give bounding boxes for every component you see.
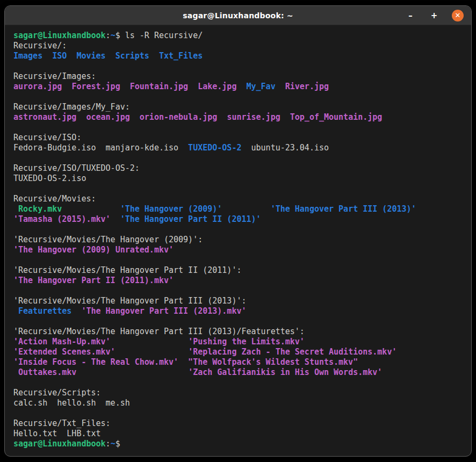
terminal-text-segment — [111, 214, 120, 224]
terminal-text-segment: Recursive/Scripts: — [13, 388, 101, 398]
terminal-line: Fedora-Budgie.iso manjaro-kde.iso TUXEDO… — [13, 143, 463, 153]
terminal-line — [13, 378, 463, 388]
terminal-line — [13, 184, 463, 194]
terminal-text-segment: astronaut.jpg — [13, 112, 76, 122]
terminal-text-segment: Hello.txt LHB.txt — [13, 429, 101, 438]
terminal-text-segment — [42, 51, 52, 61]
terminal-text-segment: 'Extended Scenes.mkv' — [13, 347, 116, 357]
terminal-line: Recursive/Scripts: — [13, 388, 463, 398]
terminal-text-segment: Lake.jpg — [198, 82, 236, 91]
terminal-line: 'Recursive/Movies/The Hangover Part III … — [13, 296, 463, 306]
window-controls: – + ✕ — [405, 6, 464, 25]
close-button[interactable]: ✕ — [452, 10, 464, 21]
terminal-text-segment: Rocky.mkv — [18, 204, 62, 214]
terminal-output[interactable]: sagar@Linuxhandbook:~$ ls -R Recursive/R… — [5, 25, 471, 456]
terminal-line — [13, 122, 463, 133]
terminal-line — [13, 255, 463, 265]
terminal-text-segment: Images — [13, 51, 42, 61]
terminal-text-segment: 'Tamasha (2015).mkv' — [13, 214, 111, 224]
terminal-text-segment — [62, 82, 71, 91]
terminal-line: Rocky.mkv 'The Hangover (2009)' 'The Han… — [13, 204, 463, 214]
terminal-text-segment: ISO — [52, 51, 67, 61]
terminal-line: TUXEDO-OS-2.iso — [13, 174, 463, 184]
terminal-text-segment: Top_of_Mountain.jpg — [290, 112, 383, 122]
terminal-text-segment: Forest.jpg — [71, 82, 120, 91]
terminal-text-segment: Featurettes — [18, 306, 71, 316]
terminal-text-segment: My_Fav — [247, 82, 276, 91]
terminal-line — [13, 92, 463, 102]
terminal-window: sagar@Linuxhandbook: ~ – + ✕ sagar@Linux… — [4, 5, 472, 457]
terminal-text-segment: Recursive/Images/My_Fav: — [13, 102, 130, 112]
terminal-text-segment: 'The Hangover Part III (2013)' — [271, 204, 416, 214]
terminal-text-segment — [178, 357, 188, 367]
window-title: sagar@Linuxhandbook: ~ — [183, 11, 293, 20]
terminal-text-segment: aurora.jpg — [13, 82, 62, 91]
terminal-text-segment — [13, 367, 18, 377]
terminal-text-segment: sunrise.jpg — [227, 112, 280, 122]
terminal-text-segment: Recursive/Txt_Files: — [13, 418, 111, 428]
terminal-text-segment: Fountain.jpg — [130, 82, 188, 91]
terminal-text-segment: TUXEDO-OS-2 — [188, 143, 241, 153]
terminal-text-segment: : — [106, 31, 111, 40]
terminal-text-segment: $ — [116, 439, 125, 449]
terminal-text-segment — [111, 337, 189, 346]
terminal-text-segment: 'Pushing the Limits.mkv' — [188, 337, 305, 346]
terminal-text-segment: 'Action Mash-Up.mkv' — [13, 337, 111, 346]
terminal-line: Recursive/Images: — [13, 71, 463, 82]
terminal-text-segment: 'Replacing Zach - The Secret Auditions.m… — [188, 347, 396, 357]
terminal-text-segment — [116, 347, 188, 357]
terminal-text-segment: Movies — [76, 51, 105, 61]
titlebar[interactable]: sagar@Linuxhandbook: ~ – + ✕ — [5, 6, 471, 25]
terminal-text-segment: "The Wolfpack's Wildest Stunts.mkv" — [188, 357, 358, 367]
terminal-text-segment — [130, 112, 140, 122]
terminal-text-segment — [71, 306, 81, 316]
terminal-text-segment — [217, 112, 227, 122]
terminal-line: Featurettes 'The Hangover Part III (2013… — [13, 306, 463, 316]
terminal-text-segment: 'The Hangover Part III (2013).mkv' — [81, 306, 246, 316]
terminal-line: aurora.jpg Forest.jpg Fountain.jpg Lake.… — [13, 82, 463, 92]
terminal-text-segment — [106, 51, 116, 61]
terminal-text-segment: ubuntu-23.04.iso — [241, 143, 329, 153]
terminal-text-segment — [188, 82, 198, 91]
terminal-line — [13, 61, 463, 71]
terminal-text-segment: River.jpg — [285, 82, 329, 91]
terminal-text-segment: 'Recursive/Movies/The Hangover Part II (… — [13, 265, 241, 275]
terminal-text-segment — [149, 51, 159, 61]
maximize-button[interactable]: + — [428, 10, 440, 21]
terminal-line: Hello.txt LHB.txt — [13, 429, 463, 439]
terminal-text-segment: Recursive/ISO/TUXEDO-OS-2: — [13, 163, 140, 173]
terminal-text-segment: Recursive/: — [13, 41, 67, 50]
terminal-text-segment: calc.sh hello.sh me.sh — [13, 398, 130, 408]
terminal-line: 'The Hangover Part II (2011).mkv' — [13, 276, 463, 286]
terminal-text-segment: Scripts — [116, 51, 149, 61]
terminal-text-segment — [76, 367, 188, 377]
terminal-line: 'Tamasha (2015).mkv' 'The Hangover Part … — [13, 214, 463, 225]
minimize-button[interactable]: – — [405, 10, 416, 21]
terminal-text-segment: Recursive/ISO: — [13, 133, 81, 142]
terminal-text-segment — [120, 82, 130, 91]
terminal-line: 'Inside Focus - The Real Chow.mkv' "The … — [13, 357, 463, 367]
terminal-line: sagar@Linuxhandbook:~$ — [13, 439, 463, 449]
terminal-line: Images ISO Movies Scripts Txt_Files — [13, 51, 463, 61]
terminal-text-segment: ~ — [111, 439, 116, 449]
terminal-line: 'Recursive/Movies/The Hangover Part III … — [13, 327, 463, 337]
terminal-line: Recursive/Movies: — [13, 194, 463, 204]
terminal-text-segment: ocean.jpg — [86, 112, 129, 122]
terminal-text-segment — [67, 51, 76, 61]
terminal-text-segment: Recursive/Images: — [13, 71, 96, 81]
terminal-line: 'The Hangover (2009) Unrated.mkv' — [13, 245, 463, 255]
terminal-text-segment: Txt_Files — [159, 51, 203, 61]
terminal-text-segment: 'Inside Focus - The Real Chow.mkv' — [13, 357, 178, 367]
terminal-text-segment — [236, 82, 246, 91]
terminal-line: Recursive/: — [13, 41, 463, 51]
terminal-text-segment: 'The Hangover Part II (2011).mkv' — [13, 276, 174, 285]
terminal-line: Recursive/ISO/TUXEDO-OS-2: — [13, 163, 463, 174]
terminal-text-segment: orion-nebula.jpg — [140, 112, 218, 122]
terminal-text-segment — [280, 112, 290, 122]
terminal-line: Recursive/Images/My_Fav: — [13, 102, 463, 112]
terminal-line: astronaut.jpg ocean.jpg orion-nebula.jpg… — [13, 112, 463, 122]
terminal-text-segment: sagar@Linuxhandbook — [13, 439, 106, 449]
terminal-line: 'Extended Scenes.mkv' 'Replacing Zach - … — [13, 347, 463, 357]
terminal-text-segment: 'Recursive/Movies/The Hangover Part III … — [13, 296, 246, 306]
terminal-line: 'Action Mash-Up.mkv' 'Pushing the Limits… — [13, 337, 463, 347]
